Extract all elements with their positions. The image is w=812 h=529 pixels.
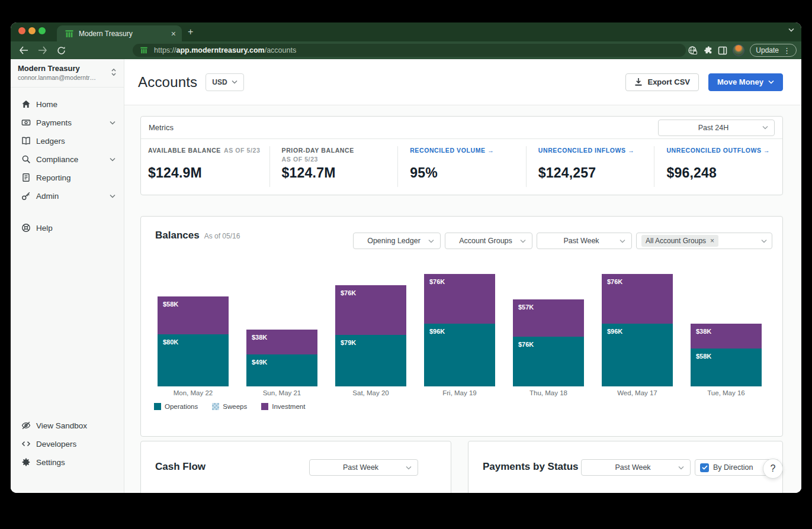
- bar-value-label: $38K: [252, 334, 267, 341]
- legend-label: Sweeps: [223, 403, 247, 410]
- metrics-range-select[interactable]: Past 24H: [658, 120, 775, 136]
- payments-range-select[interactable]: Past Week: [581, 459, 691, 476]
- bar-stack: $38K$58K: [691, 324, 762, 386]
- export-csv-button[interactable]: Export CSV: [625, 73, 699, 91]
- chart-bar-group[interactable]: $57K$76K: [504, 274, 593, 386]
- window-close-button[interactable]: [18, 27, 25, 34]
- back-icon[interactable]: [19, 46, 30, 54]
- bar-segment-operations[interactable]: $58K: [691, 349, 762, 386]
- all-account-groups-chip[interactable]: All Account Groups ×: [641, 235, 718, 247]
- chevron-down-icon: [110, 157, 115, 162]
- bar-segment-operations[interactable]: $76K: [513, 337, 584, 386]
- payments-icon: [21, 118, 31, 127]
- bar-segment-investment[interactable]: $76K: [335, 285, 406, 335]
- browser-window: Modern Treasury × + https://app.moderntr…: [11, 22, 801, 493]
- balances-range-select[interactable]: Past Week: [537, 233, 632, 249]
- forward-icon[interactable]: [38, 46, 49, 54]
- bar-segment-operations[interactable]: $79K: [335, 335, 406, 386]
- chart-bar-group[interactable]: $38K$49K: [237, 274, 326, 386]
- bar-segment-investment[interactable]: $57K: [513, 299, 584, 337]
- balances-card: BalancesAs of 05/16 Opening Ledger Accou…: [140, 216, 783, 437]
- bar-segment-operations[interactable]: $80K: [158, 334, 229, 386]
- account-groups-filter-select[interactable]: All Account Groups ×: [636, 233, 772, 249]
- window-zoom-button[interactable]: [38, 27, 46, 34]
- sidebar-item-compliance[interactable]: Compliance: [11, 150, 124, 168]
- legend-swatch: [212, 403, 219, 410]
- profile-avatar[interactable]: [733, 44, 744, 56]
- metric-link[interactable]: RECONCILED VOLUME →: [410, 146, 526, 165]
- bar-segment-investment[interactable]: $76K: [424, 274, 495, 324]
- bar-value-label: $79K: [341, 339, 356, 346]
- sidebar-item-payments[interactable]: Payments: [11, 114, 124, 131]
- tab-search-chevron-icon[interactable]: [788, 28, 794, 32]
- account-groups-select[interactable]: Account Groups: [445, 233, 532, 249]
- code-icon: [21, 439, 31, 449]
- chart-bar-group[interactable]: $38K$58K: [682, 274, 771, 386]
- chart-bar-group[interactable]: $76K$79K: [326, 274, 415, 386]
- new-tab-icon[interactable]: +: [188, 27, 193, 37]
- content-scroll-area[interactable]: Metrics Past 24H AVAILABLE BALANCEAS OF …: [124, 105, 801, 493]
- check-icon: [702, 465, 708, 470]
- chart-bar-group[interactable]: $76K$96K: [593, 274, 682, 386]
- metric-unreconciled-outflows: UNRECONCILED OUTFLOWS → $96,248: [654, 146, 782, 187]
- currency-select[interactable]: USD: [206, 73, 243, 91]
- bar-segment-investment[interactable]: $38K: [246, 330, 317, 354]
- bar-segment-investment[interactable]: $76K: [602, 274, 673, 324]
- legend-swatch: [154, 403, 161, 410]
- bar-segment-operations[interactable]: $96K: [602, 324, 673, 386]
- url-text: https://app.moderntreasury.com/accounts: [154, 46, 296, 54]
- extension-globe-lock-icon[interactable]: [688, 46, 698, 56]
- extensions-puzzle-icon[interactable]: [703, 46, 712, 55]
- metric-value: $124.7M: [282, 165, 398, 181]
- org-name: Modern Treasury: [18, 64, 118, 73]
- chip-remove-icon[interactable]: ×: [710, 237, 714, 245]
- update-button[interactable]: Update ⋮: [750, 44, 797, 57]
- bar-value-label: $96K: [429, 328, 445, 335]
- chart-bar-group[interactable]: $58K$80K: [149, 274, 237, 386]
- balances-chart-legend: OperationsSweepsInvestment: [154, 403, 305, 410]
- org-switcher[interactable]: Modern Treasury connor.lanman@moderntr…: [11, 59, 124, 88]
- sidebar-item-home[interactable]: Home: [11, 95, 124, 113]
- sidebar-item-ledgers[interactable]: Ledgers: [11, 132, 124, 150]
- payments-by-status-title: Payments by Status: [483, 461, 579, 473]
- bar-value-label: $58K: [163, 301, 178, 308]
- legend-item-operations: Operations: [154, 403, 198, 410]
- bar-segment-investment[interactable]: $38K: [691, 324, 762, 349]
- browser-tab[interactable]: Modern Treasury ×: [57, 25, 182, 41]
- move-money-button[interactable]: Move Money: [708, 73, 783, 91]
- sidebar-item-developers[interactable]: Developers: [11, 435, 124, 453]
- chart-category-label: Mon, May 22: [149, 389, 237, 396]
- chart-bar-group[interactable]: $76K$96K: [415, 274, 504, 386]
- org-switcher-caret-icon[interactable]: [111, 68, 117, 76]
- chart-category-label: Wed, May 17: [593, 389, 682, 396]
- metric-link[interactable]: UNRECONCILED OUTFLOWS →: [666, 146, 782, 165]
- balances-title: BalancesAs of 05/16: [155, 230, 240, 241]
- gear-icon: [21, 457, 31, 467]
- by-direction-checkbox[interactable]: [700, 463, 709, 472]
- metric-link[interactable]: UNRECONCILED INFLOWS →: [538, 146, 654, 165]
- reload-icon[interactable]: [57, 46, 68, 55]
- window-minimize-button[interactable]: [28, 27, 36, 34]
- bar-segment-operations[interactable]: $49K: [246, 354, 317, 386]
- sidebar-item-reporting[interactable]: Reporting: [11, 169, 124, 186]
- sidebar: Modern Treasury connor.lanman@moderntr… …: [11, 59, 124, 493]
- chevron-down-icon: [620, 239, 625, 243]
- sidebar-item-help[interactable]: Help: [11, 219, 124, 237]
- sidebar-item-settings[interactable]: Settings: [11, 453, 124, 471]
- sidebar-item-admin[interactable]: Admin: [11, 187, 124, 205]
- bar-segment-operations[interactable]: $96K: [424, 324, 495, 386]
- tab-close-icon[interactable]: ×: [171, 30, 176, 38]
- chevron-down-icon: [110, 121, 115, 125]
- browser-menu-icon[interactable]: ⋮: [783, 46, 791, 55]
- balance-type-select[interactable]: Opening Ledger: [353, 233, 441, 249]
- cash-flow-range-select[interactable]: Past Week: [309, 459, 418, 476]
- bar-segment-investment[interactable]: $58K: [158, 296, 229, 334]
- legend-swatch: [261, 403, 268, 410]
- url-bar[interactable]: https://app.moderntreasury.com/accounts: [133, 44, 686, 57]
- side-panel-icon[interactable]: [718, 46, 727, 55]
- sidebar-item-view-sandbox[interactable]: View Sandbox: [11, 417, 124, 434]
- chart-category-label: Tue, May 16: [682, 389, 771, 396]
- bar-value-label: $58K: [696, 353, 711, 360]
- bar-value-label: $76K: [518, 341, 534, 348]
- help-button[interactable]: ?: [763, 459, 783, 479]
